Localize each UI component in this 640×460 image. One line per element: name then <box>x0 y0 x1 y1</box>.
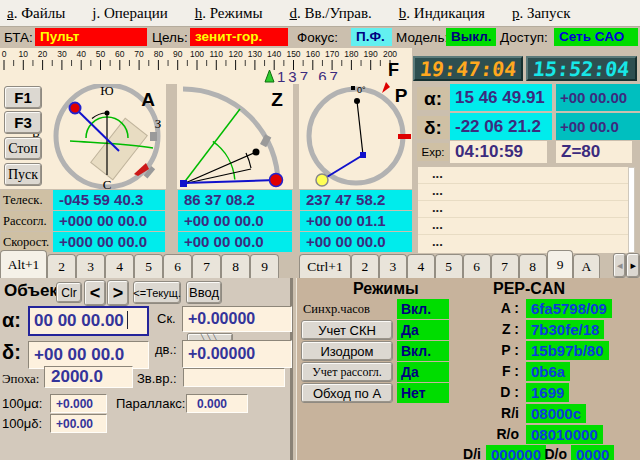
list-item[interactable]: ... <box>418 167 628 184</box>
menu-modes[interactable]: h. Режимы <box>195 5 263 22</box>
tab-ctrl-5[interactable]: 5 <box>435 254 463 278</box>
focus-axis-label: F <box>388 60 399 81</box>
target-status-badge: зенит-гор. <box>190 28 288 46</box>
dial-z-label: Z <box>271 89 283 110</box>
speed-p: +00 00 00.0 <box>300 232 412 252</box>
mismatch-account-value: Да <box>397 362 449 382</box>
prev-object-button[interactable]: < <box>84 280 106 306</box>
skn-value: Да <box>397 320 449 340</box>
enter-button[interactable]: Ввод <box>186 281 222 304</box>
model-label: Модель: <box>396 30 448 45</box>
svg-text:200: 200 <box>383 49 397 59</box>
pep-d-value: 1699 <box>526 383 569 402</box>
model-status-badge: Выкл. <box>446 28 496 46</box>
tab-ctrl-2[interactable]: 2 <box>351 254 379 278</box>
telescope-row-label: Телеск. <box>1 190 52 210</box>
pep-p-value: 15b97b/80 <box>526 341 609 360</box>
tab-ctrl-6[interactable]: 6 <box>463 254 491 278</box>
pep-di-label: D/i <box>449 445 481 460</box>
use-current-button[interactable]: <=Текущ. <box>133 281 181 304</box>
svg-text:190: 190 <box>364 49 378 59</box>
svg-text:100: 100 <box>190 49 204 59</box>
tab-ctrl-3[interactable]: 3 <box>379 254 407 278</box>
drive-label: дв.: <box>155 342 177 357</box>
object-alpha-input[interactable]: 00 00 00.00 <box>28 306 149 336</box>
epoch-label: Эпоха: <box>2 371 39 387</box>
speed-input[interactable]: +0.00000 <box>182 306 292 332</box>
svg-text:150: 150 <box>286 49 300 59</box>
mu-delta-input[interactable]: +00.00 <box>50 414 107 433</box>
f3-button[interactable]: F3 <box>4 111 42 134</box>
menu-launch[interactable]: p. Запуск <box>512 5 570 22</box>
parallax-input[interactable]: 0.000 <box>186 394 248 413</box>
sidereal-input[interactable] <box>183 368 285 387</box>
next-object-button[interactable]: > <box>107 280 129 306</box>
target-label: Цель: <box>152 30 188 45</box>
tab-ctrl-4[interactable]: 4 <box>407 254 435 278</box>
mismatch-account-button[interactable]: Учет рассогл. <box>301 362 393 382</box>
sidereal-label: Зв.вр.: <box>137 371 177 386</box>
list-item[interactable]: ... <box>418 218 628 235</box>
tab-ctrl-a[interactable]: A <box>573 254 599 278</box>
tab-ctrl-8[interactable]: 8 <box>519 254 547 278</box>
tab-ctrl-7[interactable]: 7 <box>491 254 519 278</box>
svg-text:180: 180 <box>344 49 358 59</box>
mu-alpha-label: 100μα: <box>2 396 42 411</box>
exp-label: Exp: <box>417 143 449 161</box>
tab-alt-5[interactable]: 5 <box>134 254 163 278</box>
list-item[interactable]: ... <box>418 184 628 201</box>
tab-alt-4[interactable]: 4 <box>105 254 134 278</box>
p-zero-mark: 0° <box>357 85 366 95</box>
tab-alt-6[interactable]: 6 <box>163 254 192 278</box>
pep-z-label: Z : <box>487 320 519 339</box>
object-delta-symbol: δ: <box>2 341 21 364</box>
tab-alt-3[interactable]: 3 <box>76 254 105 278</box>
event-list: ... ... ... ... ... <box>418 167 628 253</box>
mismatch-z: +00 00 00.0 <box>178 211 292 231</box>
isodrome-button[interactable]: Изодром <box>301 341 393 361</box>
tabs-next-button[interactable]: ▸ <box>626 253 640 278</box>
pep-d-label: D : <box>487 383 519 402</box>
svg-text:110: 110 <box>210 49 224 59</box>
menu-io-control[interactable]: d. Вв./Управ. <box>289 5 371 22</box>
left-arrow-icon: ◂ <box>617 259 623 272</box>
skn-button[interactable]: Учет СКН <box>301 320 393 340</box>
tab-alt-1[interactable]: Alt+1 <box>0 250 47 278</box>
access-status-badge: Сеть САО <box>554 28 638 46</box>
exp-value: 04:10:59 <box>450 141 547 163</box>
list-item[interactable]: ... <box>418 201 628 218</box>
tab-alt-2[interactable]: 2 <box>47 254 76 278</box>
mismatch-row-label: Рассогл. <box>1 211 52 231</box>
list-scrollbar[interactable] <box>628 167 635 253</box>
object-delta-input[interactable]: +00 00 00.0 <box>28 341 149 369</box>
bypass-a-button[interactable]: Обход по А <box>301 383 393 403</box>
tab-alt-9[interactable]: 9 <box>250 254 279 278</box>
mu-alpha-input[interactable]: +0.000 <box>50 394 107 413</box>
tab-alt-8[interactable]: 8 <box>221 254 250 278</box>
tabs-prev-button[interactable]: ◂ <box>613 253 627 278</box>
tab-ctrl-1[interactable]: Ctrl+1 <box>299 254 351 278</box>
menu-indication[interactable]: b. Индикация <box>399 5 485 22</box>
start-button[interactable]: Пуск <box>4 163 42 186</box>
tab-alt-7[interactable]: 7 <box>192 254 221 278</box>
compass-south: Ю <box>100 84 113 98</box>
f1-button[interactable]: F1 <box>4 86 42 109</box>
tab-ctrl-9[interactable]: 9 <box>547 250 574 278</box>
z-target-dot <box>270 174 283 187</box>
isodrome-value: Вкл. <box>397 341 449 361</box>
pep-f-value: 0b6a <box>526 362 570 381</box>
focus-label: Фокус: <box>297 30 338 45</box>
stop-button[interactable]: Стоп <box>4 137 42 160</box>
status-row: БТА: Пульт Цель: зенит-гор. Фокус: П.Ф. … <box>0 27 640 48</box>
modes-pepcan-panel: Режимы PEP-CAN Синхр.часов Вкл. Учет СКН… <box>296 278 640 460</box>
pep-p-label: P : <box>487 341 519 360</box>
z-limit-value: Z=80 <box>556 141 632 163</box>
menu-files[interactable]: a. Файлы <box>7 5 65 22</box>
clear-button[interactable]: Clr <box>56 282 82 303</box>
delta-offset: +00 00.0 <box>556 113 640 140</box>
svg-text:80: 80 <box>154 49 164 59</box>
menu-operations[interactable]: j. Операции <box>92 5 167 22</box>
epoch-input[interactable]: 2000.0 <box>44 366 133 388</box>
drive-input[interactable]: +0.00000 <box>182 340 292 368</box>
focus-ruler: 0102030405060708090100110120130140150160… <box>0 48 412 84</box>
